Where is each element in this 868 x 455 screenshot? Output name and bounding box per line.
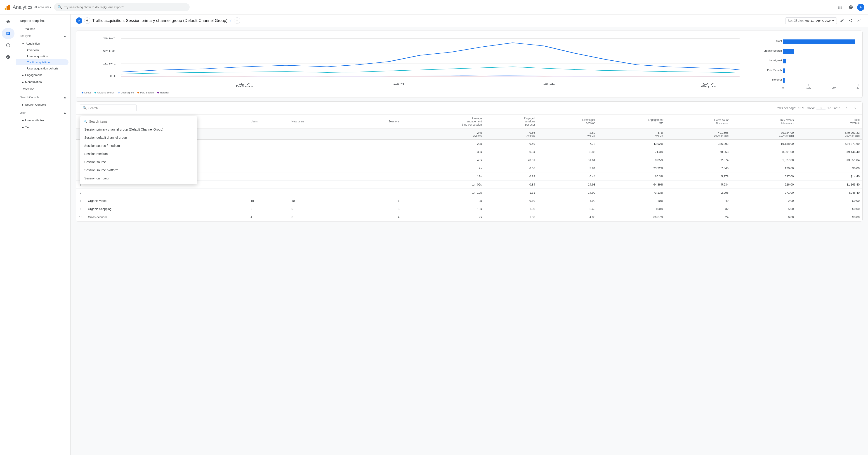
legend-dot-organic-search bbox=[94, 92, 96, 93]
help-button[interactable] bbox=[846, 3, 855, 12]
row6-avg: 1m 06s bbox=[402, 180, 485, 189]
row5-new-users bbox=[289, 172, 348, 180]
col-avg-engagement[interactable]: Averageengagementtime per session bbox=[402, 114, 485, 129]
svg-text:0: 0 bbox=[110, 75, 116, 78]
share-button[interactable] bbox=[847, 17, 854, 24]
verified-icon: ✓ bbox=[229, 19, 232, 23]
user-attributes-link[interactable]: ▶ User attributes bbox=[16, 117, 68, 124]
dropdown-item-7[interactable]: Session campaign bbox=[80, 174, 197, 182]
col-engagement-rate[interactable]: Engagementrate bbox=[598, 114, 666, 129]
row10-avg: 2s bbox=[402, 213, 485, 221]
row6-sessions bbox=[348, 180, 402, 189]
dropdown-search-input[interactable] bbox=[89, 120, 194, 123]
search-console-link[interactable]: ▶ Search Console bbox=[16, 101, 68, 108]
rows-per-page-select[interactable]: 10 25 50 bbox=[797, 106, 805, 110]
monetization-nav-item[interactable]: ▶ Monetization bbox=[16, 79, 68, 86]
edit-report-button[interactable] bbox=[839, 17, 845, 24]
engagement-expand: ▶ bbox=[22, 74, 24, 77]
tech-link[interactable]: ▶ Tech bbox=[16, 124, 68, 131]
lifecycle-chevron: ▲ bbox=[63, 34, 67, 38]
date-range-selector[interactable]: Last 28 days Mar 11 - Apr 7, 2024 ▾ bbox=[785, 18, 837, 24]
col-engaged-per-user[interactable]: Engagedsessionsper user bbox=[485, 114, 538, 129]
user-avatar[interactable]: A bbox=[857, 4, 864, 11]
col-new-users[interactable]: New users bbox=[289, 114, 348, 129]
sidebar-icon-reports[interactable] bbox=[2, 28, 14, 39]
traffic-acquisition-link[interactable]: Traffic acquisition bbox=[16, 59, 68, 65]
total-row-events-session: 8.69 Avg 0% bbox=[538, 129, 598, 140]
sidebar-icon-advertising[interactable] bbox=[2, 52, 14, 62]
col-key-events[interactable]: Key eventsAll events ▾ bbox=[731, 114, 797, 129]
search-console-chevron: ▲ bbox=[63, 95, 67, 99]
row1-revenue: $34,371.69 bbox=[797, 140, 862, 148]
lifecycle-header[interactable]: Life cycle ▲ bbox=[16, 32, 70, 40]
dropdown-item-5[interactable]: Session source bbox=[80, 158, 197, 166]
table-search-input[interactable] bbox=[88, 106, 133, 110]
realtime-link[interactable]: Realtime bbox=[16, 25, 70, 32]
col-event-count[interactable]: Event countAll events ▾ bbox=[666, 114, 731, 129]
table-toolbar: 🔍 Rows per page: 10 25 50 Go to: bbox=[76, 102, 862, 114]
dropdown-item-1[interactable]: Session primary channel group (Default C… bbox=[80, 125, 197, 134]
legend-direct: Direct bbox=[82, 91, 91, 94]
row10-sessions: 4 bbox=[348, 213, 402, 221]
next-page-button[interactable]: › bbox=[851, 104, 859, 112]
main-content: A + Traffic acquisition: Session primary… bbox=[70, 15, 868, 455]
dropdown-item-6[interactable]: Session source platform bbox=[80, 166, 197, 174]
row5-key-events: 637.00 bbox=[731, 172, 797, 180]
col-users[interactable]: Users bbox=[248, 114, 289, 129]
prev-page-button[interactable]: ‹ bbox=[842, 104, 850, 112]
dropdown-search-area[interactable]: 🔍 bbox=[80, 118, 197, 125]
line-chart-svg: 3K 2K 1K 0 17 Mar 24 31 07 Apr bbox=[80, 34, 760, 89]
table-search-wrap[interactable]: 🔍 bbox=[80, 105, 136, 111]
retention-nav-item[interactable]: Retention bbox=[16, 86, 68, 92]
nav-sidebar: Reports snapshot Realtime Life cycle ▲ ▼… bbox=[16, 15, 70, 455]
page-header: A + Traffic acquisition: Session primary… bbox=[70, 15, 868, 27]
col-total-revenue[interactable]: Totalrevenue bbox=[797, 114, 862, 129]
sidebar-icon-home[interactable] bbox=[2, 16, 14, 27]
reports-snapshot-link[interactable]: Reports snapshot bbox=[16, 16, 70, 25]
dropdown-item-2[interactable]: Session default channel group bbox=[80, 134, 197, 142]
row7-avg: 1m 10s bbox=[402, 189, 485, 197]
row10-event-count: 24 bbox=[666, 213, 731, 221]
page-title-area: A + Traffic acquisition: Session primary… bbox=[76, 18, 782, 24]
more-options-button[interactable] bbox=[856, 17, 863, 24]
row10-engaged: 1.00 bbox=[485, 213, 538, 221]
row3-events-session: 31.61 bbox=[538, 156, 598, 164]
global-search-bar[interactable]: 🔍 bbox=[54, 3, 190, 11]
row7-sessions bbox=[348, 189, 402, 197]
acquisition-nav-item[interactable]: ▼ Acquisition bbox=[16, 40, 68, 47]
add-comparison-button[interactable]: + bbox=[84, 18, 90, 24]
col-events-per-session[interactable]: Events persession bbox=[538, 114, 598, 129]
dropdown-item-4[interactable]: Session medium bbox=[80, 150, 197, 158]
row7-channel bbox=[85, 189, 248, 197]
user-acquisition-link[interactable]: User acquisition bbox=[16, 53, 70, 59]
user-section-header[interactable]: User ▲ bbox=[16, 109, 70, 117]
row2-sessions bbox=[348, 148, 402, 156]
row2-new-users bbox=[289, 148, 348, 156]
dropdown-item-3[interactable]: Session source / medium bbox=[80, 142, 197, 150]
add-metric-button[interactable]: + bbox=[234, 18, 240, 24]
acquisition-expand: ▼ bbox=[22, 42, 24, 45]
search-console-header[interactable]: Search Console ▲ bbox=[16, 93, 70, 101]
user-acquisition-cohorts-link[interactable]: User acquisition cohorts bbox=[16, 65, 70, 72]
apps-button[interactable] bbox=[835, 3, 844, 12]
rows-per-page-label: Rows per page: bbox=[776, 106, 796, 110]
row9-engaged: 1.00 bbox=[485, 205, 538, 213]
row9-num: 9 bbox=[76, 205, 85, 213]
chart-legend: Direct Organic Search Unassigned Pa bbox=[80, 91, 760, 94]
row1-event-count: 336,892 bbox=[666, 140, 731, 148]
goto-input[interactable] bbox=[816, 106, 826, 110]
overview-link[interactable]: Overview bbox=[16, 47, 70, 53]
account-selector[interactable]: All accounts ▾ bbox=[34, 6, 51, 9]
row7-engaged: 1.31 bbox=[485, 189, 538, 197]
row8-sessions: 1 bbox=[348, 197, 402, 205]
col-sessions[interactable]: Sessions bbox=[348, 114, 402, 129]
row9-sessions: 5 bbox=[348, 205, 402, 213]
table-row: 8 Organic Video 10 10 1 2s 0.10 4.90 10%… bbox=[76, 197, 862, 205]
global-search-input[interactable] bbox=[64, 5, 186, 9]
logo-area: Analytics All accounts ▾ bbox=[4, 4, 51, 11]
sidebar-icon-explore[interactable] bbox=[2, 40, 14, 51]
row10-engagement-rate: 66.67% bbox=[598, 213, 666, 221]
svg-text:10K: 10K bbox=[806, 86, 811, 89]
engagement-nav-item[interactable]: ▶ Engagement bbox=[16, 72, 68, 79]
table-row: 7 1m 10s 1.31 14.90 73.13% 2,995 271 bbox=[76, 189, 862, 197]
